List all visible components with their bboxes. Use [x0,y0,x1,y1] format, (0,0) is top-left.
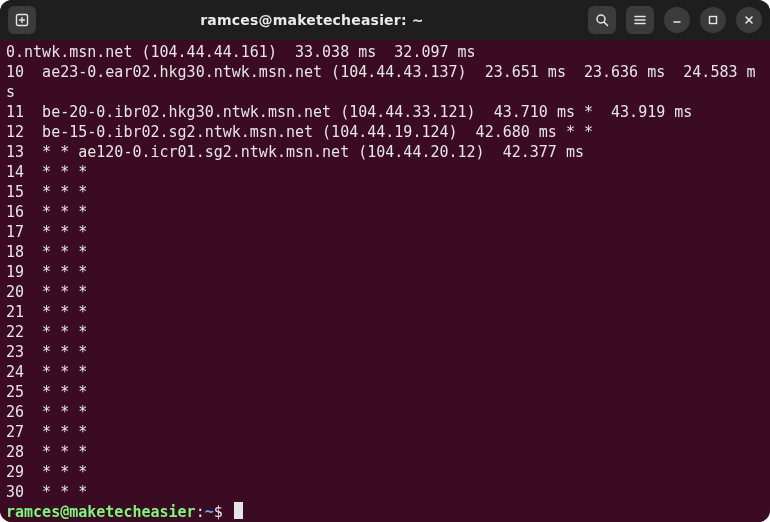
terminal-output-line: 30 * * * [6,482,764,502]
terminal-output-line: 23 * * * [6,342,764,362]
terminal-output-line: 0.ntwk.msn.net (104.44.44.161) 33.038 ms… [6,42,764,62]
terminal-output-line: 24 * * * [6,362,764,382]
minimize-icon [671,14,683,26]
text-cursor [234,502,243,519]
maximize-icon [707,14,719,26]
terminal-output-line: 22 * * * [6,322,764,342]
titlebar-left [8,6,36,34]
prompt-user-host: ramces@maketecheasier [6,503,196,521]
terminal-output-line: 26 * * * [6,402,764,422]
hamburger-icon [633,13,647,27]
minimize-button[interactable] [664,7,690,33]
terminal-output-line: 16 * * * [6,202,764,222]
new-tab-icon [15,13,29,27]
titlebar-right [588,6,762,34]
terminal-output-line: 25 * * * [6,382,764,402]
terminal-output-line: 13 * * ae120-0.icr01.sg2.ntwk.msn.net (1… [6,142,764,162]
titlebar: ramces@maketecheasier: ~ [0,0,770,40]
terminal-output-line: 12 be-15-0.ibr02.sg2.ntwk.msn.net (104.4… [6,122,764,142]
terminal-output-line: 18 * * * [6,242,764,262]
terminal-output-line: 21 * * * [6,302,764,322]
search-button[interactable] [588,6,616,34]
close-icon [743,14,755,26]
prompt-dollar: $ [214,503,232,521]
terminal-output-line: 19 * * * [6,262,764,282]
svg-rect-9 [710,16,717,23]
terminal-output-line: 10 ae23-0.ear02.hkg30.ntwk.msn.net (104.… [6,62,764,102]
terminal-viewport[interactable]: 0.ntwk.msn.net (104.44.44.161) 33.038 ms… [0,40,770,522]
terminal-output-line: 14 * * * [6,162,764,182]
terminal-output-line: 28 * * * [6,442,764,462]
terminal-output-line: 29 * * * [6,462,764,482]
search-icon [595,13,609,27]
window-title: ramces@maketecheasier: ~ [44,12,580,28]
close-button[interactable] [736,7,762,33]
terminal-output-line: 11 be-20-0.ibr02.hkg30.ntwk.msn.net (104… [6,102,764,122]
svg-line-4 [604,22,608,26]
terminal-output-line: 20 * * * [6,282,764,302]
prompt-path: ~ [205,503,214,521]
prompt-colon: : [196,503,205,521]
terminal-output-line: 27 * * * [6,422,764,442]
terminal-window: ramces@maketecheasier: ~ [0,0,770,522]
new-tab-button[interactable] [8,6,36,34]
terminal-output-line: 17 * * * [6,222,764,242]
maximize-button[interactable] [700,7,726,33]
terminal-output-line: 15 * * * [6,182,764,202]
terminal-prompt[interactable]: ramces@maketecheasier:~$ [6,502,764,522]
menu-button[interactable] [626,6,654,34]
